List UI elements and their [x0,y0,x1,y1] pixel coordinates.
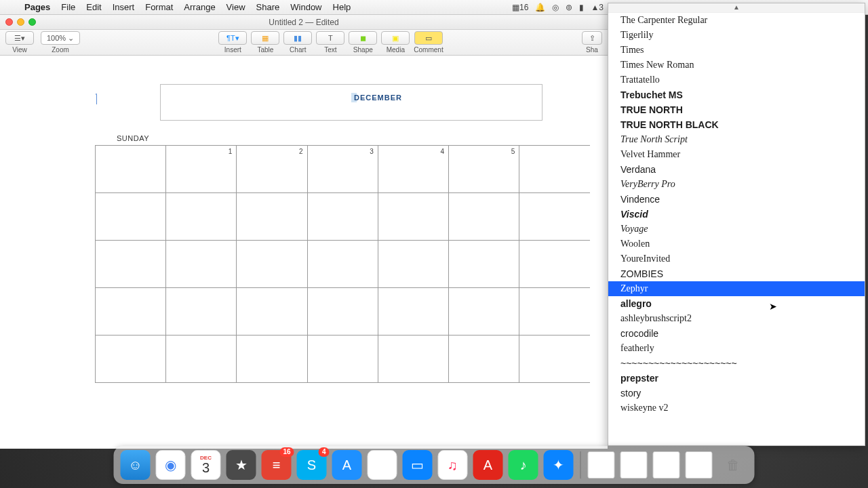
menubar-status: ▦ 16 🔔 ◎ ⊚ ▮ ▲ 3 [512,3,604,12]
font-option[interactable]: ashleybrushscript2 [608,311,865,326]
view-button[interactable]: ☰▾View [5,31,34,54]
font-option[interactable]: True North Script [608,132,865,147]
menu-insert[interactable]: Insert [107,2,140,12]
table-row: 1 2 3 4 5 [96,146,591,193]
share-button[interactable]: ⇪Sha [582,31,602,54]
dock-textedit-icon[interactable]: ✎ [368,450,397,480]
font-option[interactable]: Trebuchet MS [608,87,865,102]
comment-button[interactable]: ▭Comment [414,31,443,54]
table-row [96,288,591,336]
table-button[interactable]: ▦Table [251,31,279,54]
font-option[interactable]: Vindence [608,192,865,207]
calendar-table[interactable]: 1 2 3 4 5 [95,145,590,383]
page: DECEMBER SUNDAY 1 2 3 4 5 [57,61,599,447]
menu-format[interactable]: Format [140,2,178,12]
font-option[interactable]: story [608,386,865,401]
font-option[interactable]: Tigerlily [608,28,865,43]
media-button[interactable]: ▣Media [381,31,410,54]
font-option[interactable]: allegro [608,296,865,311]
month-label[interactable]: DECEMBER [351,93,357,102]
menu-arrange[interactable]: Arrange [178,2,220,12]
document-canvas[interactable]: DECEMBER SUNDAY 1 2 3 4 5 [0,56,608,449]
font-option[interactable]: ~~~~~~~~~~~~~~~~~~~~~ [608,356,865,371]
window-title: Untitled 2 — Edited [0,18,608,27]
sync-icon[interactable]: ◎ [552,3,559,12]
titlebar[interactable]: Untitled 2 — Edited [0,15,608,30]
dock-appstore-icon[interactable]: A [332,450,362,480]
adobe-icon[interactable]: ▲ 3 [591,3,604,12]
dock-doc-3[interactable] [653,451,680,479]
dock-doc-1[interactable] [588,451,615,479]
font-option[interactable]: prepster [608,371,865,386]
font-option[interactable]: VeryBerry Pro [608,177,865,192]
font-option[interactable]: wiskeyne v2 [608,401,865,415]
dock-skype-icon[interactable]: S4 [297,450,327,480]
text-button[interactable]: TText [316,31,344,54]
dock-itunes-icon[interactable]: ♫ [438,450,468,480]
font-option[interactable]: ZOMBIES [608,266,865,281]
app-name[interactable]: Pages [19,2,56,12]
menu-view[interactable]: View [221,2,251,12]
dock-keynote-icon[interactable]: ▭ [403,450,433,480]
toolbar: ☰▾View 100% ⌄Zoom ¶T▾Insert ▦Table ▮▮Cha… [0,30,608,56]
dock-imovie-icon[interactable]: ★ [226,450,256,480]
dock-acrobat-icon[interactable]: A [473,450,503,480]
font-option[interactable]: YoureInvited [608,251,865,266]
dock-todoist-icon[interactable]: ≡16 [262,450,292,480]
font-option[interactable]: Voyage [608,222,865,237]
table-row [96,336,591,383]
dock-spotify-icon[interactable]: ♪ [509,450,538,480]
scroll-up-arrow[interactable]: ▲ [608,3,865,13]
font-option[interactable]: Verdana [608,162,865,177]
dock-trash-icon[interactable]: 🗑 [718,450,748,480]
pages-window: Untitled 2 — Edited ☰▾View 100% ⌄Zoom ¶T… [0,15,608,449]
calendar-header-box[interactable]: DECEMBER [160,84,542,121]
font-option[interactable]: Viscid [608,207,865,222]
chart-button[interactable]: ▮▮Chart [283,31,312,54]
dock-safari-icon[interactable]: ✦ [544,450,574,480]
bookmark-icon[interactable]: ▮ [579,3,584,12]
insert-button[interactable]: ¶T▾Insert [218,31,247,54]
status-icon[interactable]: ⊚ [566,3,572,12]
font-option[interactable]: TRUE NORTH [608,102,865,117]
font-option[interactable]: Velvet Hammer [608,147,865,162]
notification-icon[interactable]: 🔔 [535,3,545,12]
font-option[interactable]: Trattatello [608,73,865,87]
dock-calendar-icon[interactable]: DEC3 [191,450,221,480]
todoist-menubar-icon[interactable]: ▦ 16 [512,3,528,12]
zoom-control[interactable]: 100% ⌄Zoom [41,31,80,54]
font-option[interactable]: TRUE NORTH BLACK [608,117,865,132]
font-option[interactable]: The Carpenter Regular [608,13,865,28]
text-cursor [94,94,99,104]
dock-finder-icon[interactable]: ☺ [121,450,151,480]
font-option[interactable]: featherly [608,341,865,356]
font-dropdown[interactable]: ▲ The Carpenter RegularTigerlilyTimesTim… [608,3,865,446]
font-option[interactable]: crocodile [608,326,865,341]
dock-doc-4[interactable] [686,451,713,479]
menu-help[interactable]: Help [328,2,357,12]
font-option[interactable]: Times New Roman [608,58,865,73]
table-row [96,241,591,288]
font-option[interactable]: Woolen [608,237,865,251]
day-label-sunday: SUNDAY [117,134,149,142]
table-row [96,193,591,241]
menu-share[interactable]: Share [251,2,285,12]
menu-edit[interactable]: Edit [81,2,106,12]
shape-button[interactable]: ◼Shape [349,31,377,54]
dock[interactable]: ☺ ◉ DEC3 ★ ≡16 S4 A ✎ ▭ ♫ A ♪ ✦ 🗑 [114,446,755,484]
menu-window[interactable]: Window [285,2,327,12]
dock-chrome-icon[interactable]: ◉ [156,450,186,480]
font-option[interactable]: Zephyr [608,281,865,296]
dock-doc-2[interactable] [620,451,648,479]
menu-file[interactable]: File [56,2,81,12]
font-option[interactable]: Times [608,43,865,58]
dock-separator [580,451,581,479]
